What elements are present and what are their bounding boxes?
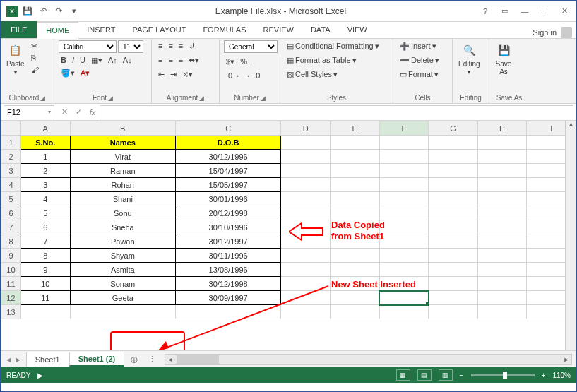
cell-F6[interactable] xyxy=(379,206,429,220)
merge-center-icon[interactable]: ⬌▾ xyxy=(186,54,201,66)
editing-button[interactable]: 🔍 Editing ▾ xyxy=(457,40,482,77)
column-header-B[interactable]: B xyxy=(70,121,175,136)
cell-B3[interactable]: Raman xyxy=(70,164,175,178)
cell-C6[interactable]: 20/12/1998 xyxy=(175,206,280,220)
tab-view[interactable]: VIEW xyxy=(339,21,376,38)
cell-B8[interactable]: Pawan xyxy=(70,234,175,249)
comma-icon[interactable]: , xyxy=(251,56,257,67)
clipboard-launcher-icon[interactable]: ◢ xyxy=(40,95,45,102)
cell-G2[interactable] xyxy=(429,150,478,164)
cell-A9[interactable]: 8 xyxy=(20,249,70,263)
cell-C8[interactable]: 30/12/1997 xyxy=(175,234,280,249)
cell-A7[interactable]: 6 xyxy=(20,220,70,234)
tab-formulas[interactable]: FORMULAS xyxy=(194,21,254,38)
cell-C5[interactable]: 30/01/1996 xyxy=(175,192,280,206)
align-top-icon[interactable]: ≡ xyxy=(156,40,165,52)
row-header-5[interactable]: 5 xyxy=(1,192,21,206)
shrink-font-icon[interactable]: A↓ xyxy=(121,54,134,66)
cell-F12[interactable] xyxy=(379,291,429,305)
horizontal-scrollbar[interactable]: ◄ ► xyxy=(165,354,572,365)
cell-A4[interactable]: 3 xyxy=(20,178,70,192)
cell-E5[interactable] xyxy=(330,192,379,206)
align-left-icon[interactable]: ≡ xyxy=(156,54,165,66)
tab-pagelayout[interactable]: PAGE LAYOUT xyxy=(124,21,194,38)
font-launcher-icon[interactable]: ◢ xyxy=(108,95,113,102)
row-header-6[interactable]: 6 xyxy=(1,206,21,220)
cell-A3[interactable]: 2 xyxy=(20,164,70,178)
cell-H6[interactable] xyxy=(477,206,527,220)
cell-E3[interactable] xyxy=(330,164,379,178)
cell-H4[interactable] xyxy=(477,178,527,192)
maximize-icon[interactable]: ☐ xyxy=(535,4,554,19)
cell-H2[interactable] xyxy=(477,150,527,164)
cell-B5[interactable]: Shani xyxy=(70,192,175,206)
align-bottom-icon[interactable]: ≡ xyxy=(177,40,185,52)
zoom-in-icon[interactable]: + xyxy=(542,372,546,379)
tab-home[interactable]: HOME xyxy=(37,22,78,39)
cell-H5[interactable] xyxy=(477,192,527,206)
cell-G13[interactable] xyxy=(429,305,478,319)
cell-B7[interactable]: Sneha xyxy=(70,220,175,234)
cell-A8[interactable]: 7 xyxy=(20,234,70,249)
border-button[interactable]: ▦▾ xyxy=(89,54,105,66)
column-header-H[interactable]: H xyxy=(477,121,527,136)
cell-B10[interactable]: Asmita xyxy=(70,263,175,277)
increase-indent-icon[interactable]: ⇥ xyxy=(168,69,179,80)
cell-H9[interactable] xyxy=(477,249,527,263)
zoom-slider[interactable] xyxy=(471,374,535,376)
orientation-icon[interactable]: ⤭▾ xyxy=(180,69,195,80)
ribbon-options-icon[interactable]: ▭ xyxy=(496,4,514,19)
sheet-nav-next-icon[interactable]: ► xyxy=(14,355,22,364)
select-all-corner[interactable] xyxy=(1,121,21,136)
cell-H7[interactable] xyxy=(477,220,527,234)
help-icon[interactable]: ? xyxy=(476,4,494,19)
cell-A12[interactable]: 11 xyxy=(20,291,70,305)
cell-E2[interactable] xyxy=(330,150,379,164)
underline-button[interactable]: U xyxy=(78,54,88,66)
macro-record-icon[interactable]: ▶ xyxy=(37,372,43,379)
align-center-icon[interactable]: ≡ xyxy=(166,54,174,66)
decrease-indent-icon[interactable]: ⇤ xyxy=(156,69,167,80)
cell-F8[interactable] xyxy=(379,234,429,249)
cell-F9[interactable] xyxy=(379,249,429,263)
grow-font-icon[interactable]: A↑ xyxy=(106,54,119,66)
formula-input[interactable] xyxy=(100,105,573,119)
view-normal-icon[interactable]: ▦ xyxy=(396,369,410,381)
cell-D10[interactable] xyxy=(281,263,331,277)
row-header-7[interactable]: 7 xyxy=(1,220,21,234)
cell-G10[interactable] xyxy=(429,263,478,277)
row-header-3[interactable]: 3 xyxy=(1,164,21,178)
fill-color-button[interactable]: 🪣▾ xyxy=(59,67,77,78)
cell-E6[interactable] xyxy=(330,206,379,220)
accounting-icon[interactable]: $▾ xyxy=(224,56,237,67)
cell-A5[interactable]: 4 xyxy=(20,192,70,206)
redo-icon[interactable]: ↷ xyxy=(53,6,64,17)
vertical-scrollbar[interactable]: ▲ xyxy=(565,121,576,350)
format-cells-button[interactable]: ▭ Format ▾ xyxy=(398,69,441,80)
cell-G3[interactable] xyxy=(429,164,478,178)
cell-G4[interactable] xyxy=(429,178,478,192)
tab-insert[interactable]: INSERT xyxy=(78,21,124,38)
cell-B6[interactable]: Sonu xyxy=(70,206,175,220)
cell-H10[interactable] xyxy=(477,263,527,277)
row-header-4[interactable]: 4 xyxy=(1,178,21,192)
column-header-C[interactable]: C xyxy=(175,121,280,136)
column-header-D[interactable]: D xyxy=(281,121,331,136)
row-header-11[interactable]: 11 xyxy=(1,277,21,291)
cell-A11[interactable]: 10 xyxy=(20,277,70,291)
cell-F7[interactable] xyxy=(379,220,429,234)
cell-styles-button[interactable]: ▧ Cell Styles ▾ xyxy=(285,69,340,80)
cut-icon[interactable]: ✂ xyxy=(29,40,41,52)
qat-customize-icon[interactable]: ▾ xyxy=(69,6,80,17)
number-launcher-icon[interactable]: ◢ xyxy=(261,95,266,102)
save-as-button[interactable]: 💾 Save As xyxy=(494,40,513,77)
align-middle-icon[interactable]: ≡ xyxy=(166,40,174,52)
close-icon[interactable]: ✕ xyxy=(555,4,573,19)
paste-button[interactable]: 📋 Paste ▾ xyxy=(5,40,26,77)
tab-data[interactable]: DATA xyxy=(302,21,339,38)
cell-F2[interactable] xyxy=(379,150,429,164)
view-pagelayout-icon[interactable]: ▤ xyxy=(417,369,432,381)
hscroll-right-icon[interactable]: ► xyxy=(561,356,571,363)
cell-H3[interactable] xyxy=(477,164,527,178)
cell-E12[interactable] xyxy=(330,291,379,305)
